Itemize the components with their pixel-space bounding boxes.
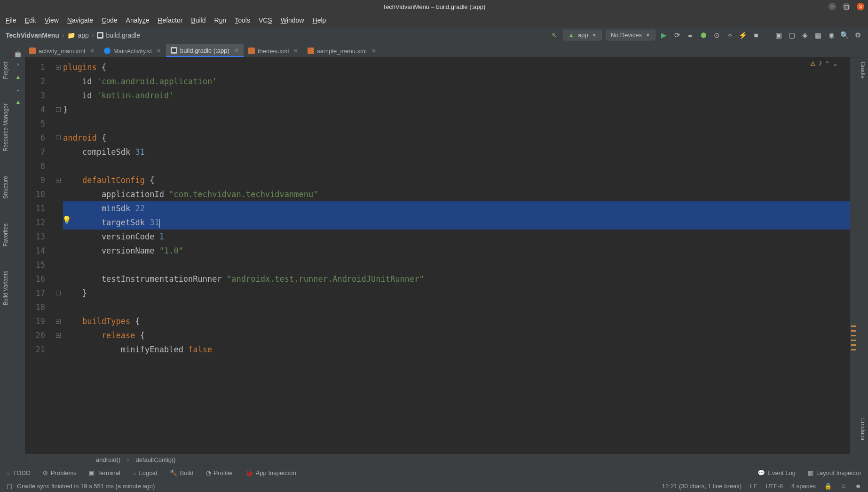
ide-status-icon[interactable]: ☻ bbox=[855, 483, 861, 490]
close-tab-icon[interactable]: ✕ bbox=[157, 48, 161, 54]
close-tab-icon[interactable]: ✕ bbox=[371, 48, 376, 54]
line-separator[interactable]: LF bbox=[750, 483, 757, 490]
chevron-right-icon[interactable]: › bbox=[17, 61, 19, 68]
code-line[interactable]: versionCode 1 bbox=[63, 230, 857, 244]
close-tab-icon[interactable]: ✕ bbox=[234, 47, 239, 54]
code-line[interactable]: release { bbox=[63, 328, 857, 342]
code-line[interactable] bbox=[63, 300, 857, 314]
tool-problems[interactable]: ⊘ Problems bbox=[43, 469, 77, 476]
line-number[interactable]: 11 bbox=[25, 201, 54, 215]
minimize-button[interactable]: − bbox=[829, 3, 836, 10]
project-tree-collapsed[interactable]: › ▲ ⌄ ▲ bbox=[11, 57, 25, 466]
resource-manager-icon[interactable]: ◈ bbox=[800, 31, 810, 40]
code-line[interactable]: testInstrumentationRunner "androidx.test… bbox=[63, 272, 857, 286]
settings-icon[interactable]: ⚙ bbox=[853, 31, 862, 40]
lightbulb-icon[interactable]: 💡 bbox=[62, 215, 71, 224]
run-button[interactable]: ▶ bbox=[659, 31, 669, 40]
fold-marker[interactable] bbox=[54, 300, 63, 314]
menu-refactor[interactable]: Refactor bbox=[158, 16, 182, 24]
fold-marker[interactable] bbox=[54, 272, 63, 286]
sidebar-item-structure[interactable]: Structure bbox=[1, 175, 10, 200]
line-number[interactable]: 16 bbox=[25, 272, 54, 286]
apply-changes-button[interactable]: ⟐ bbox=[725, 31, 734, 40]
sdk-manager-icon[interactable]: ▢ bbox=[787, 31, 797, 40]
menu-run[interactable]: Run bbox=[214, 16, 227, 24]
apply-code-changes-button[interactable]: ⚡ bbox=[738, 31, 748, 40]
tool-logcat[interactable]: ≡ Logcat bbox=[133, 469, 158, 476]
line-number[interactable]: 15 bbox=[25, 258, 54, 272]
tool-build[interactable]: 🔨 Build bbox=[170, 469, 194, 476]
memory-indicator-icon[interactable]: ☺ bbox=[840, 483, 846, 490]
code-line[interactable]: id 'kotlin-android' bbox=[63, 88, 857, 103]
fold-marker[interactable] bbox=[54, 117, 63, 131]
fold-marker[interactable] bbox=[54, 230, 63, 244]
tool-app-inspection[interactable]: 🐞 App Inspection bbox=[245, 469, 296, 476]
menu-file[interactable]: File bbox=[6, 16, 16, 24]
close-button[interactable]: ✕ bbox=[857, 3, 864, 10]
stop-button[interactable]: ■ bbox=[751, 31, 761, 40]
tab-sample-menu-xml[interactable]: sample_menu.xml✕ bbox=[303, 44, 381, 57]
code-line[interactable]: targetSdk 31 bbox=[63, 215, 857, 230]
code-line[interactable]: versionName "1.0" bbox=[63, 244, 857, 258]
fold-marker[interactable]: − bbox=[54, 173, 63, 187]
fold-marker[interactable]: − bbox=[54, 131, 63, 145]
fold-marker[interactable] bbox=[54, 201, 63, 215]
menu-code[interactable]: Code bbox=[102, 16, 117, 24]
line-number[interactable]: 21 bbox=[25, 342, 54, 357]
tool-profiler[interactable]: ◔ Profiler bbox=[206, 469, 233, 476]
code-line[interactable]: id 'com.android.application' bbox=[63, 74, 857, 88]
menu-build[interactable]: Build bbox=[191, 16, 205, 24]
fold-marker[interactable]: − bbox=[54, 60, 63, 74]
code-editor[interactable]: 123456789101112131415161718192021 −−−−− … bbox=[25, 57, 857, 453]
tool-todo[interactable]: ≡ TODO bbox=[7, 469, 31, 476]
line-number[interactable]: 3 bbox=[25, 88, 54, 103]
breadcrumb-module[interactable]: app bbox=[78, 32, 89, 39]
menu-view[interactable]: View bbox=[45, 16, 59, 24]
breadcrumb-node[interactable]: android{} bbox=[96, 456, 120, 463]
close-tab-icon[interactable]: ✕ bbox=[293, 48, 298, 54]
indent[interactable]: 4 spaces bbox=[791, 483, 816, 490]
code-line[interactable]: minSdk 22 bbox=[63, 201, 857, 215]
code-line[interactable]: } bbox=[63, 286, 857, 300]
fold-marker[interactable] bbox=[54, 215, 63, 230]
breadcrumb-node[interactable]: defaultConfig{} bbox=[135, 456, 175, 463]
fold-marker[interactable] bbox=[54, 145, 63, 159]
fold-marker[interactable] bbox=[54, 159, 63, 173]
line-number[interactable]: 6 bbox=[25, 131, 54, 145]
maximize-button[interactable]: ▢ bbox=[843, 3, 850, 10]
attach-debugger-button[interactable]: ⊙ bbox=[712, 31, 721, 40]
line-number[interactable]: 14 bbox=[25, 244, 54, 258]
menu-vcs[interactable]: VCS bbox=[259, 16, 272, 24]
encoding[interactable]: UTF-8 bbox=[765, 483, 783, 490]
line-number[interactable]: 8 bbox=[25, 159, 54, 173]
line-number[interactable]: 18 bbox=[25, 300, 54, 314]
code-line[interactable] bbox=[63, 117, 857, 131]
code-line[interactable] bbox=[63, 159, 857, 173]
fold-marker[interactable] bbox=[54, 88, 63, 103]
line-number[interactable]: 13 bbox=[25, 230, 54, 244]
coverage-button[interactable]: ≡ bbox=[686, 31, 695, 40]
breadcrumb-root[interactable]: TechVidvanMenu bbox=[6, 32, 59, 39]
line-number[interactable]: 5 bbox=[25, 117, 54, 131]
code-line[interactable]: applicationId "com.techvidvan.techvidvan… bbox=[63, 187, 857, 201]
fold-marker[interactable] bbox=[54, 258, 63, 272]
sidebar-item-build-variants[interactable]: Build Variants bbox=[1, 270, 10, 307]
sidebar-item-favorites[interactable]: Favorites bbox=[1, 222, 10, 248]
menu-navigate[interactable]: Navigate bbox=[67, 16, 93, 24]
fold-marker[interactable] bbox=[54, 103, 63, 117]
chevron-down-icon[interactable]: ⌄ bbox=[16, 86, 21, 93]
status-toggle-icon[interactable]: ▢ bbox=[7, 483, 12, 490]
line-number[interactable]: 10 bbox=[25, 187, 54, 201]
breadcrumb-file[interactable]: build.gradle bbox=[106, 32, 140, 39]
code-line[interactable]: minifyEnabled false bbox=[63, 342, 857, 357]
code-line[interactable]: plugins { bbox=[63, 60, 857, 74]
sidebar-item-emulator[interactable]: Emulator bbox=[858, 417, 868, 442]
fold-marker[interactable] bbox=[54, 342, 63, 357]
line-number[interactable]: 20 bbox=[25, 328, 54, 342]
line-number[interactable]: 9 bbox=[25, 173, 54, 187]
code-area[interactable]: 💡 plugins { id 'com.android.application'… bbox=[63, 57, 857, 453]
fold-marker[interactable]: − bbox=[54, 328, 63, 342]
line-number[interactable]: 17 bbox=[25, 286, 54, 300]
menu-analyze[interactable]: Analyze bbox=[126, 16, 150, 24]
device-selector[interactable]: No Devices ▼ bbox=[606, 30, 655, 40]
